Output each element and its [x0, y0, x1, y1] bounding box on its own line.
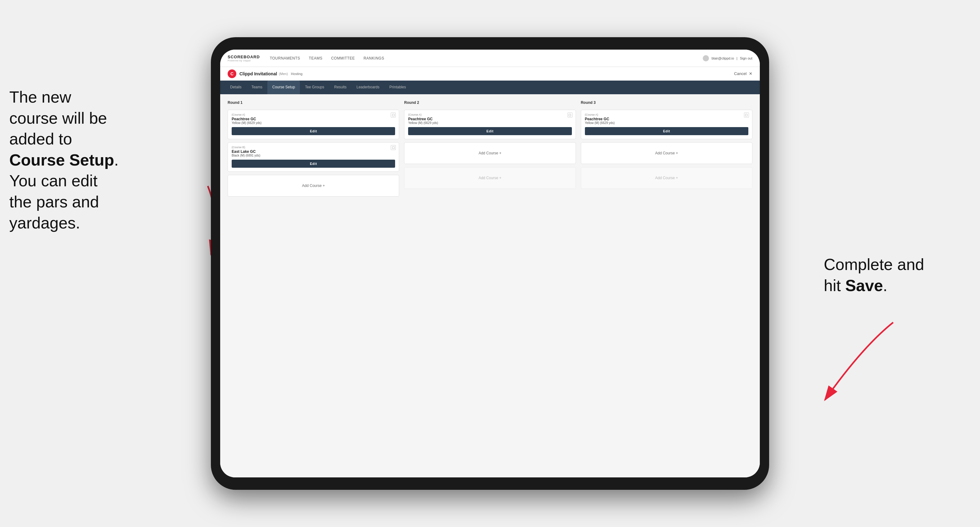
tab-bar: Details Teams Course Setup Tee Groups Re… [220, 81, 760, 94]
round2-add-course-label: Add Course + [479, 151, 501, 155]
tab-tee-groups[interactable]: Tee Groups [300, 81, 329, 94]
tab-teams[interactable]: Teams [247, 81, 267, 94]
round3-course-a-label: (Course A) [585, 113, 748, 116]
round1-add-course-label: Add Course + [302, 184, 325, 188]
round3-add-course-label: Add Course + [655, 151, 678, 155]
round1-course-a-remove[interactable]: ☐ [391, 113, 396, 117]
nav-tournaments[interactable]: TOURNAMENTS [270, 56, 300, 60]
tab-details[interactable]: Details [225, 81, 247, 94]
round2-course-a-tee: Yellow (M) (6629 yds) [408, 121, 571, 125]
tab-printables[interactable]: Printables [385, 81, 411, 94]
round2-add-course-label-2: Add Course + [479, 176, 501, 180]
tournament-name: Clippd Invitational [239, 71, 277, 76]
main-content: Round 1 ☐ (Course A) Peachtree GC Yellow… [220, 94, 760, 478]
round2-add-course-card-2: Add Course + [404, 167, 576, 189]
top-nav-links: TOURNAMENTS TEAMS COMMITTEE RANKINGS [270, 56, 703, 60]
tab-results[interactable]: Results [329, 81, 352, 94]
round-1-column: Round 1 ☐ (Course A) Peachtree GC Yellow… [228, 100, 399, 197]
tablet: SCOREBOARD Powered by clippd TOURNAMENTS… [211, 37, 769, 490]
annotation-right: Complete and hit Save. [824, 254, 924, 296]
round1-course-b-name: East Lake GC [232, 149, 395, 154]
round1-course-a-name: Peachtree GC [232, 117, 395, 121]
scoreboard-logo: SCOREBOARD Powered by clippd [228, 54, 260, 62]
round-2-label: Round 2 [404, 100, 576, 105]
round1-course-b-label: (Course B) [232, 146, 395, 149]
round-3-label: Round 3 [581, 100, 752, 105]
round2-course-a-card: ☐ (Course A) Peachtree GC Yellow (M) (66… [404, 110, 576, 139]
round1-course-b-tee: Black (M) (6891 yds) [232, 154, 395, 157]
round1-course-a-card: ☐ (Course A) Peachtree GC Yellow (M) (66… [228, 110, 399, 139]
round2-course-a-remove[interactable]: ☐ [568, 113, 573, 117]
round-2-column: Round 2 ☐ (Course A) Peachtree GC Yellow… [404, 100, 576, 197]
nav-committee[interactable]: COMMITTEE [331, 56, 355, 60]
hosting-badge: Hosting [291, 72, 302, 76]
rounds-container: Round 1 ☐ (Course A) Peachtree GC Yellow… [228, 100, 752, 197]
round3-course-a-tee: Yellow (M) (6629 yds) [585, 121, 748, 125]
round2-course-a-label: (Course A) [408, 113, 571, 116]
round3-course-a-edit-button[interactable]: Edit [585, 127, 748, 135]
round3-add-course-card[interactable]: Add Course + [581, 142, 752, 164]
round1-course-a-tee: Yellow (M) (6629 yds) [232, 121, 395, 125]
round3-add-course-card-2: Add Course + [581, 167, 752, 189]
round2-course-a-name: Peachtree GC [408, 117, 571, 121]
tablet-screen: SCOREBOARD Powered by clippd TOURNAMENTS… [220, 49, 760, 478]
top-nav-right: blair@clippd.io | Sign out [703, 55, 752, 61]
avatar [703, 55, 709, 61]
round1-add-course-card[interactable]: Add Course + [228, 175, 399, 197]
round-3-column: Round 3 ☐ (Course A) Peachtree GC Yellow… [581, 100, 752, 197]
tab-leaderboards[interactable]: Leaderboards [352, 81, 384, 94]
round-1-label: Round 1 [228, 100, 399, 105]
cancel-button[interactable]: Cancel ✕ [734, 71, 752, 76]
round1-course-a-label: (Course A) [232, 113, 395, 116]
round3-course-a-remove[interactable]: ☐ [744, 113, 749, 117]
sub-header: C Clippd Invitational (Men) Hosting Canc… [220, 67, 760, 81]
round2-course-a-edit-button[interactable]: Edit [408, 127, 571, 135]
round1-course-b-remove[interactable]: ☐ [391, 145, 396, 150]
round1-course-b-card: ☐ (Course B) East Lake GC Black (M) (689… [228, 142, 399, 172]
brand-logo: C [228, 70, 236, 78]
tournament-gender: (Men) [279, 72, 288, 76]
round2-add-course-card[interactable]: Add Course + [404, 142, 576, 164]
tab-course-setup[interactable]: Course Setup [267, 81, 300, 94]
round3-course-a-card: ☐ (Course A) Peachtree GC Yellow (M) (66… [581, 110, 752, 139]
nav-rankings[interactable]: RANKINGS [363, 56, 384, 60]
arrow-right [775, 316, 899, 409]
round1-course-a-edit-button[interactable]: Edit [232, 127, 395, 135]
round1-course-b-edit-button[interactable]: Edit [232, 160, 395, 168]
round3-add-course-label-2: Add Course + [655, 176, 678, 180]
top-nav: SCOREBOARD Powered by clippd TOURNAMENTS… [220, 49, 760, 67]
sign-out-link[interactable]: Sign out [740, 56, 752, 60]
round3-course-a-name: Peachtree GC [585, 117, 748, 121]
nav-teams[interactable]: TEAMS [309, 56, 323, 60]
annotation-left: The new course will be added to Course S… [9, 87, 119, 233]
